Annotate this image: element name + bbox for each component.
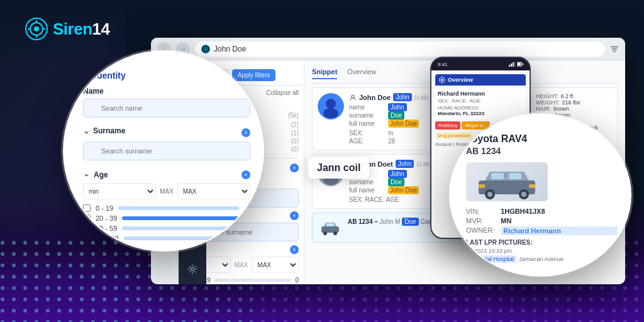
phone-overview-label: Overview xyxy=(448,77,473,83)
zl-bar-20-39 xyxy=(122,216,239,220)
zl-age-min-select[interactable]: min xyxy=(83,183,156,199)
phone-drug-badge: Drug possession xyxy=(435,132,473,139)
jann-coil-container: Jann coil xyxy=(308,157,369,179)
tab-overview[interactable]: Overview xyxy=(347,68,376,79)
car-vin-value: 1HGBH41JX8 xyxy=(501,208,618,215)
logo-area: Siren14 xyxy=(25,18,109,40)
svg-rect-41 xyxy=(491,173,504,179)
zl-age-close[interactable]: × xyxy=(242,170,250,179)
svg-point-22 xyxy=(352,95,355,98)
phone-age-label: AGE: xyxy=(470,98,482,104)
svg-point-29 xyxy=(333,231,337,235)
fullname-val-2: John Doe xyxy=(388,186,419,194)
sex-label-2: SEX: xyxy=(349,196,365,203)
svg-point-46 xyxy=(521,192,526,197)
car-circle: Toyota RAV4 AB 1234 VIN: 1HGBH41JX8 MVR:… xyxy=(449,113,631,277)
zl-checkbox-0-19[interactable] xyxy=(83,204,91,212)
jann-coil-label: Jann coil xyxy=(308,157,369,179)
car-owner-value: Richard Hermann xyxy=(501,226,618,235)
surname-close-btn[interactable]: × xyxy=(290,211,299,220)
signal-icon xyxy=(509,62,515,67)
phone-race-label: RACE: xyxy=(452,98,467,104)
address-bar[interactable]: John Doe xyxy=(195,42,605,57)
zl-max-label: MAX xyxy=(160,188,174,195)
car-lpr-street: Jamaican Avenue xyxy=(519,256,564,262)
result-name-1: John Doe xyxy=(359,94,391,101)
svg-point-39 xyxy=(441,79,443,81)
age-0-19-count: 0 xyxy=(295,277,299,284)
car-lpr-section: LAST LPR PICTURES: 07-2023 10:33 pm Memo… xyxy=(466,239,618,263)
battery-icon xyxy=(517,62,523,67)
svg-point-20 xyxy=(326,99,336,109)
apply-filters-button[interactable]: Apply filters xyxy=(232,69,276,81)
hair-val: brown xyxy=(553,106,569,112)
tab-snippet[interactable]: Snippet xyxy=(312,68,337,79)
svg-point-28 xyxy=(323,231,327,235)
phone-sex-row: SEX: RACE: AGE: xyxy=(438,98,523,104)
zl-surname-label: Surname xyxy=(93,126,125,135)
car-circle-content: Toyota RAV4 AB 1234 VIN: 1HGBH41JX8 MVR:… xyxy=(450,114,630,275)
car-mvr-value: MN xyxy=(501,217,618,225)
sidebar-settings[interactable] xyxy=(182,259,203,279)
race-label-2: RACE: xyxy=(365,196,386,203)
fullname-val-1: John Doe xyxy=(388,119,419,128)
zl-identity-header: Identity × xyxy=(83,70,250,80)
phone-person-name: Richard Hermann xyxy=(438,91,523,97)
car-mvr-label: MVR: xyxy=(466,217,494,225)
zl-age-header: Age × xyxy=(83,170,250,179)
zl-age-range-row: min MAX MAX xyxy=(83,183,250,199)
svg-rect-37 xyxy=(518,63,521,65)
zl-name-section: Name 🔍 xyxy=(83,87,250,121)
address-text: John Doe xyxy=(214,45,246,53)
svg-rect-30 xyxy=(326,223,334,226)
zl-bar-0-19 xyxy=(118,206,239,210)
phone-header: Overview xyxy=(435,74,526,86)
phone-status-bar: 9:41 xyxy=(431,58,530,70)
logo-siren: Siren xyxy=(53,19,92,38)
filter-icon[interactable] xyxy=(610,45,619,53)
zl-surname-input[interactable] xyxy=(83,142,250,160)
car-icon-small xyxy=(318,218,343,237)
zl-age-20-39-label: 20 - 39 xyxy=(96,214,117,222)
zl-age-chevron xyxy=(83,172,90,179)
phone-time: 9:41 xyxy=(438,62,448,67)
sex-val-1: m xyxy=(388,130,436,136)
svg-point-18 xyxy=(191,268,194,271)
zl-surname-close[interactable]: × xyxy=(242,128,250,137)
field-fullname-label: full name xyxy=(349,120,387,127)
svg-point-9 xyxy=(204,48,206,50)
age-max-select[interactable]: MAX xyxy=(252,257,299,273)
zl-surname-input-wrapper: 🔍 xyxy=(83,142,250,160)
car-owner-label: OWNER: xyxy=(466,226,494,235)
field-name-label: name xyxy=(349,104,387,111)
surname-val-2: Doe xyxy=(388,178,404,186)
identity-close-btn[interactable]: × xyxy=(290,164,299,172)
phone-siren-icon xyxy=(439,77,445,83)
age-0-19-bar xyxy=(214,279,292,282)
logo-text: Siren14 xyxy=(53,19,109,39)
phone-overview-section: Richard Hermann SEX: RACE: AGE: HOME ADD… xyxy=(435,88,526,119)
zl-age-20-39: 20 - 39 1 xyxy=(83,214,250,222)
car-result-info: AB 1234 – John M Doe Gator xyxy=(348,218,436,237)
result-count-2: (1.6k) xyxy=(416,161,431,167)
car-make: Toyota RAV4 xyxy=(466,133,618,145)
zl-name-input[interactable] xyxy=(83,99,250,118)
svg-rect-32 xyxy=(511,64,512,67)
car-image-area xyxy=(466,162,548,201)
svg-point-6 xyxy=(34,26,39,31)
age-close-btn[interactable]: × xyxy=(290,245,299,254)
car-owner-small: John M xyxy=(380,218,402,225)
weight-val: 216 lbs xyxy=(562,99,580,106)
zl-age-max-select[interactable]: MAX xyxy=(177,183,250,199)
svg-point-44 xyxy=(487,192,492,197)
car-plate: AB 1234 xyxy=(466,146,618,156)
age-label-2: AGE: xyxy=(386,196,401,203)
zl-surname-section: Surname × 🔍 xyxy=(83,126,250,164)
age-max-label: MAX xyxy=(235,262,248,269)
phone-tab-robbery[interactable]: Robbery xyxy=(435,121,460,130)
collapse-label[interactable]: Collapse all xyxy=(266,89,299,96)
svg-rect-34 xyxy=(514,62,515,67)
zl-name-label: Name xyxy=(83,87,250,96)
svg-rect-27 xyxy=(321,226,339,233)
person-icon-1 xyxy=(349,94,357,101)
